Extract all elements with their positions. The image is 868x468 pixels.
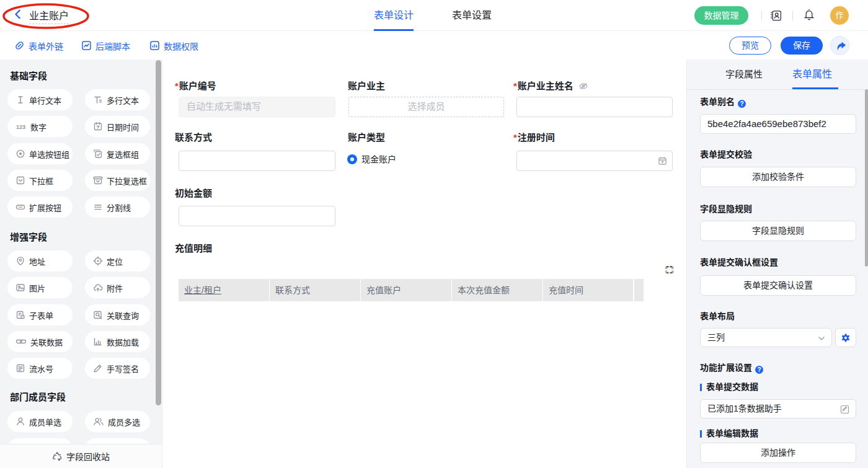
svg-text:123: 123 xyxy=(16,124,25,130)
